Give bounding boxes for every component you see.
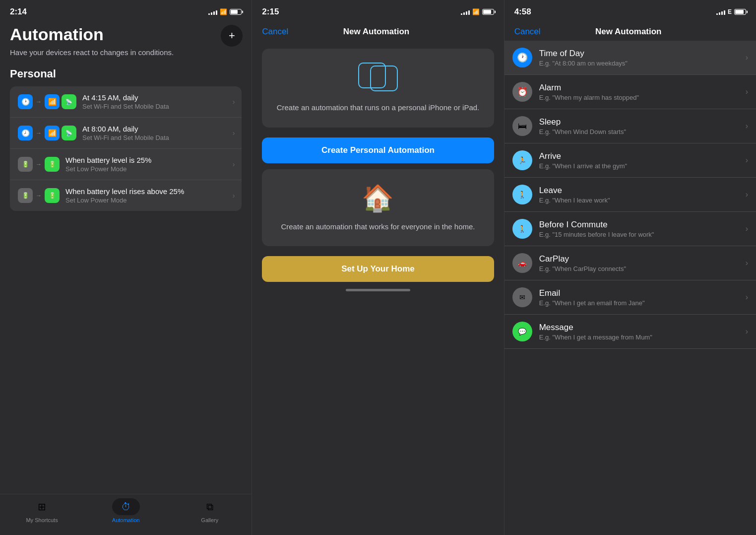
item-subtitle-415: Set Wi-Fi and Set Mobile Data — [82, 103, 234, 110]
email-icon: ✉ — [512, 287, 532, 307]
chevron-right-icon-4: › — [233, 192, 235, 200]
item-title-800: At 8:00 AM, daily — [82, 125, 234, 133]
arrive-icon: 🏃 — [512, 150, 532, 170]
option-text-commute: Before I Commute E.g. "15 minutes before… — [539, 220, 742, 238]
option-email[interactable]: ✉ Email E.g. "When I get an email from J… — [504, 280, 756, 315]
clock-icon-1: 🕐 — [18, 94, 33, 109]
cancel-button-3[interactable]: Cancel — [514, 27, 541, 37]
option-text-sleep: Sleep E.g. "When Wind Down starts" — [539, 117, 742, 135]
automation-item-battery25[interactable]: 🔋 → 🔋 When battery level is 25% Set Low … — [10, 149, 242, 180]
option-title-commute: Before I Commute — [539, 220, 742, 230]
option-message[interactable]: 💬 Message E.g. "When I get a message fro… — [504, 315, 756, 349]
plus-icon: + — [229, 30, 235, 41]
option-title-alarm: Alarm — [539, 83, 742, 93]
option-arrive[interactable]: 🏃 Arrive E.g. "When I arrive at the gym"… — [504, 143, 756, 178]
battery-icon-p2 — [482, 9, 494, 15]
option-subtitle-alarm: E.g. "When my alarm has stopped" — [539, 94, 742, 101]
cancel-button-2[interactable]: Cancel — [262, 27, 288, 37]
option-sleep[interactable]: 🛏 Sleep E.g. "When Wind Down starts" › — [504, 109, 756, 143]
panel-automation: 2:14 📶 + Automation Have your devices re… — [0, 0, 252, 535]
status-bar-3: 4:58 E — [504, 0, 756, 21]
signal-icon-2 — [461, 9, 470, 15]
leave-icon: 🚶 — [512, 185, 532, 204]
chevron-right-carplay: › — [746, 259, 748, 268]
option-subtitle-carplay: E.g. "When CarPlay connects" — [539, 265, 742, 272]
home-automation-card: 🏠 Create an automation that works for ev… — [262, 169, 494, 247]
tab-my-shortcuts[interactable]: ⊞ My Shortcuts — [0, 498, 84, 523]
option-leave[interactable]: 🚶 Leave E.g. "When I leave work" › — [504, 178, 756, 212]
status-bar-2: 2:15 📶 — [252, 0, 504, 21]
time-of-day-icon: 🕐 — [512, 48, 532, 67]
personal-icon-front-rect — [358, 63, 386, 88]
option-subtitle-email: E.g. "When I get an email from Jane" — [539, 299, 742, 307]
status-time-1: 2:14 — [10, 7, 27, 17]
option-text-carplay: CarPlay E.g. "When CarPlay connects" — [539, 254, 742, 272]
home-card-description: Create an automation that works for ever… — [281, 221, 475, 233]
status-time-3: 4:58 — [514, 7, 531, 17]
chevron-right-tod: › — [746, 53, 748, 62]
option-time-of-day[interactable]: 🕐 Time of Day E.g. "At 8:00 am on weekda… — [504, 41, 756, 75]
automation-options-list: 🕐 Time of Day E.g. "At 8:00 am on weekda… — [504, 41, 756, 535]
battery-empty-icon-2: 🔋 — [18, 188, 33, 203]
section-label-personal: Personal — [10, 67, 242, 80]
battery-green-icon: 🔋 — [45, 157, 60, 172]
item-text-bat25: When battery level is 25% Set Low Power … — [65, 156, 234, 173]
nav-title-2: New Automation — [343, 27, 409, 37]
item-icons-bat25: 🔋 → 🔋 — [18, 157, 60, 172]
create-personal-automation-button[interactable]: Create Personal Automation — [262, 137, 494, 163]
option-alarm[interactable]: ⏰ Alarm E.g. "When my alarm has stopped"… — [504, 75, 756, 109]
carplay-icon: 🚗 — [512, 253, 532, 273]
item-subtitle-800: Set Wi-Fi and Set Mobile Data — [82, 134, 234, 141]
tab-automation-label: Automation — [112, 517, 140, 523]
automation-item-battery-above25[interactable]: 🔋 → 🔋 When battery level rises above 25%… — [10, 180, 242, 211]
item-icons-415: 🕐 → 📶 📡 — [18, 94, 76, 109]
tab-gallery-label: Gallery — [201, 517, 218, 523]
battery-green-icon-2: 🔋 — [45, 188, 60, 203]
setup-home-button[interactable]: Set Up Your Home — [262, 256, 494, 282]
tab-shortcuts-icon-wrap: ⊞ — [28, 498, 56, 515]
item-title-batup: When battery level rises above 25% — [65, 187, 234, 196]
battery-icon — [230, 9, 242, 15]
option-title-tod: Time of Day — [539, 49, 742, 59]
item-text-800: At 8:00 AM, daily Set Wi-Fi and Set Mobi… — [82, 125, 234, 141]
item-icons-batup: 🔋 → 🔋 — [18, 188, 60, 203]
option-text-tod: Time of Day E.g. "At 8:00 am on weekdays… — [539, 49, 742, 67]
status-icons-2: 📶 — [461, 8, 494, 15]
item-text-batup: When battery level rises above 25% Set L… — [65, 187, 234, 204]
sleep-icon: 🛏 — [512, 116, 532, 136]
page-title: Automation — [10, 25, 242, 44]
tab-gallery[interactable]: ⧉ Gallery — [168, 498, 252, 523]
automation-item-415[interactable]: 🕐 → 📶 📡 At 4:15 AM, daily Set Wi-Fi and … — [10, 86, 242, 118]
page-subtitle: Have your devices react to changes in co… — [10, 47, 242, 58]
personal-automation-card: Create an automation that runs on a pers… — [262, 49, 494, 128]
chevron-right-leave: › — [746, 190, 748, 199]
cellular-icon-2: 📡 — [62, 126, 76, 140]
panel-new-automation: 2:15 📶 Cancel New Automation Create an a… — [252, 0, 504, 535]
item-title-415: At 4:15 AM, daily — [82, 93, 234, 102]
home-icon: 🏠 — [362, 183, 394, 213]
status-icons-3: E — [716, 8, 746, 15]
tab-gallery-icon-wrap: ⧉ — [196, 498, 224, 515]
chevron-right-email: › — [746, 293, 748, 302]
battery-icon-p3 — [734, 9, 746, 15]
option-title-leave: Leave — [539, 186, 742, 196]
personal-card-description: Create an automation that runs on a pers… — [277, 102, 480, 114]
option-carplay[interactable]: 🚗 CarPlay E.g. "When CarPlay connects" › — [504, 246, 756, 280]
tab-bar: ⊞ My Shortcuts ⏱ Automation ⧉ Gallery — [0, 494, 252, 535]
option-subtitle-arrive: E.g. "When I arrive at the gym" — [539, 162, 742, 170]
option-text-arrive: Arrive E.g. "When I arrive at the gym" — [539, 151, 742, 170]
chevron-right-arrive: › — [746, 156, 748, 165]
nav-title-3: New Automation — [595, 27, 661, 37]
wifi-icon-1: 📶 — [45, 94, 60, 109]
commute-icon: 🚶 — [512, 219, 532, 239]
option-text-leave: Leave E.g. "When I leave work" — [539, 186, 742, 204]
signal-icon — [208, 9, 217, 15]
signal-icon-3 — [716, 9, 725, 15]
nav-bar-2: Cancel New Automation — [252, 21, 504, 41]
tab-automation[interactable]: ⏱ Automation — [84, 498, 168, 523]
automation-item-800[interactable]: 🕗 → 📶 📡 At 8:00 AM, daily Set Wi-Fi and … — [10, 118, 242, 149]
option-text-alarm: Alarm E.g. "When my alarm has stopped" — [539, 83, 742, 101]
option-before-commute[interactable]: 🚶 Before I Commute E.g. "15 minutes befo… — [504, 212, 756, 246]
option-subtitle-leave: E.g. "When I leave work" — [539, 197, 742, 204]
add-automation-button[interactable]: + — [221, 25, 243, 47]
